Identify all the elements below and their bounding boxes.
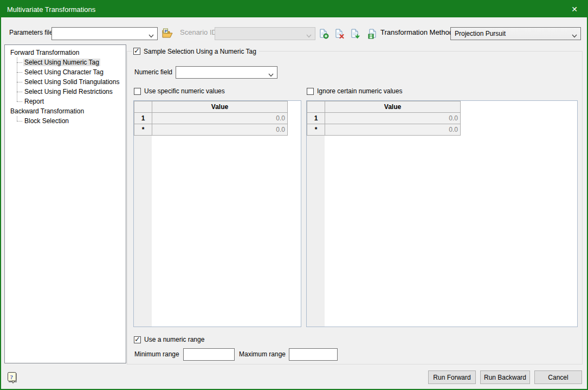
import-scenario-button[interactable]	[351, 29, 361, 40]
tree-item-select-using-field-restrictions[interactable]: Select Using Field Restrictions	[23, 87, 126, 97]
run-backward-button[interactable]: Run Backward	[480, 370, 530, 384]
doc-delete-icon	[335, 29, 345, 39]
ignore-values-table: Value 1 0.0 * 0.0	[307, 101, 461, 136]
sample-selection-groupbox: Sample Selection Using a Numeric Tag Num…	[127, 51, 583, 365]
tree-item-select-using-solid-triangulations[interactable]: Select Using Solid Triangulations	[23, 77, 126, 87]
open-folder-icon: P	[161, 28, 173, 39]
help-icon: ?	[7, 372, 18, 385]
window-title: Multivariate Transformations	[7, 5, 95, 14]
close-icon: ✕	[571, 5, 578, 14]
multivariate-transformations-dialog: Multivariate Transformations ✕ Parameter…	[0, 0, 588, 390]
tree-item-report[interactable]: Report	[23, 97, 126, 106]
table-corner-cell[interactable]	[134, 101, 152, 113]
row-header[interactable]: 1	[134, 113, 152, 124]
row-header[interactable]: 1	[307, 113, 325, 124]
value-column-header[interactable]: Value	[325, 101, 461, 113]
use-specific-values-label: Use specific numeric values	[144, 87, 225, 95]
save-scenario-button[interactable]	[368, 29, 379, 40]
doc-import-icon	[351, 29, 360, 39]
sample-selection-label: Sample Selection Using a Numeric Tag	[144, 48, 256, 55]
tree-children: Select Using Numeric Tag Select Using Ch…	[9, 57, 126, 106]
use-numeric-range-checkbox[interactable]	[134, 336, 141, 343]
title-bar: Multivariate Transformations ✕	[1, 1, 587, 17]
value-column-header[interactable]: Value	[152, 101, 288, 113]
value-cell[interactable]: 0.0	[325, 124, 461, 136]
numeric-field-combobox[interactable]	[176, 66, 277, 79]
sample-selection-checkbox[interactable]	[133, 48, 140, 55]
specific-values-panel[interactable]: Value 1 0.0 * 0.0	[133, 100, 301, 327]
chevron-down-icon	[306, 32, 312, 40]
scenario-id-combobox	[215, 27, 315, 40]
minimum-range-input[interactable]	[183, 348, 235, 361]
tree-group-backward-transformation[interactable]: Backward Transformation	[9, 106, 126, 116]
tree-children: Block Selection	[9, 116, 126, 126]
sample-selection-legend: Sample Selection Using a Numeric Tag	[132, 47, 259, 56]
delete-scenario-button[interactable]	[335, 29, 346, 40]
value-cell[interactable]: 0.0	[325, 113, 461, 124]
use-numeric-range-row: Use a numeric range	[134, 336, 204, 343]
tree-item-block-selection[interactable]: Block Selection	[23, 116, 126, 126]
value-cell[interactable]: 0.0	[152, 124, 288, 136]
doc-save-icon	[368, 29, 378, 39]
transformation-method-combobox[interactable]: Projection Pursuit	[450, 27, 581, 40]
chevron-down-icon	[572, 32, 577, 40]
add-scenario-button[interactable]	[319, 29, 330, 40]
cancel-button[interactable]: Cancel	[534, 370, 582, 384]
doc-add-icon	[319, 29, 329, 39]
value-cell[interactable]: 0.0	[152, 113, 288, 124]
ignore-values-row: Ignore certain numeric values	[307, 87, 402, 95]
tree-item-select-using-character-tag[interactable]: Select Using Character Tag	[23, 67, 126, 77]
maximum-range-input[interactable]	[289, 348, 338, 361]
close-button[interactable]: ✕	[562, 1, 587, 17]
numeric-field-label: Numeric field	[134, 66, 172, 79]
scenario-id-label: Scenario ID	[180, 26, 217, 39]
use-specific-values-row: Use specific numeric values	[134, 87, 225, 95]
tree-group-forward-transformation[interactable]: Forward Transformation	[9, 48, 126, 57]
open-parameters-file-button[interactable]: P	[161, 28, 172, 39]
minimum-range-label: Minimum range	[134, 348, 179, 361]
chevron-down-icon	[148, 32, 154, 40]
specific-values-table: Value 1 0.0 * 0.0	[134, 101, 288, 136]
svg-text:?: ?	[10, 374, 14, 380]
parameters-file-combobox[interactable]	[51, 27, 158, 40]
run-forward-button[interactable]: Run Forward	[428, 370, 476, 384]
svg-text:P: P	[165, 29, 168, 34]
tree-item-select-using-numeric-tag[interactable]: Select Using Numeric Tag	[23, 57, 126, 67]
ignore-values-label: Ignore certain numeric values	[317, 87, 402, 95]
row-header[interactable]: *	[134, 124, 152, 136]
table-corner-cell[interactable]	[307, 101, 325, 113]
help-button[interactable]: ?	[7, 372, 17, 382]
use-specific-values-checkbox[interactable]	[134, 88, 141, 95]
ignore-values-panel[interactable]: Value 1 0.0 * 0.0	[306, 100, 578, 327]
parameters-file-label: Parameters file	[9, 26, 53, 39]
use-numeric-range-label: Use a numeric range	[144, 336, 204, 343]
ignore-values-checkbox[interactable]	[307, 88, 314, 95]
row-header[interactable]: *	[307, 124, 325, 136]
maximum-range-label: Maximum range	[239, 348, 286, 361]
transformation-method-label: Transformation Method	[380, 26, 453, 39]
navigation-tree: Forward Transformation Select Using Nume…	[4, 44, 126, 363]
chevron-down-icon	[268, 71, 274, 79]
transformation-method-value: Projection Pursuit	[455, 30, 506, 37]
